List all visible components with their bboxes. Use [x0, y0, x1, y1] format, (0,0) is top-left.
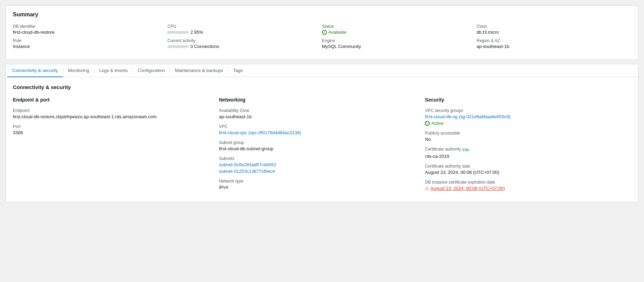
tab-monitoring[interactable]: Monitoring	[63, 64, 94, 77]
status-check-icon: ✓	[322, 30, 327, 35]
connectivity-security-title: Connectivity & security	[13, 84, 631, 90]
tab-logs-events[interactable]: Logs & events	[94, 64, 132, 77]
active-check-icon: ✓	[425, 121, 430, 126]
connections-bar-container: 0 Connections	[168, 44, 318, 49]
cpu-label: CPU	[168, 24, 318, 29]
endpoint-port-col: Endpoint & port Endpoint first-cloud-db-…	[13, 97, 219, 195]
publicly-accessible-value: No	[425, 137, 623, 142]
summary-grid: DB identifier first-cloud-db-restore Rol…	[13, 23, 631, 54]
status-value: ✓ Available	[322, 30, 473, 35]
vpc-sg-link[interactable]: first-cloud-db-sg (sg-021e8a6baa6e655c9)	[425, 114, 623, 119]
endpoint-value: first-cloud-db-restore.cbjsefnjwwzo.ap-s…	[13, 114, 211, 119]
cpu-value: 2.95%	[191, 30, 203, 35]
status-available: ✓ Available	[322, 30, 473, 35]
port-value: 3306	[13, 130, 211, 135]
summary-col-status: Status ✓ Available Engine MySQL Communit…	[322, 23, 477, 54]
port-label: Port	[13, 124, 211, 129]
networking-col: Networking Availability Zone ap-southeas…	[219, 97, 425, 195]
active-label: Active	[431, 121, 443, 126]
subnets-label: Subnets	[219, 156, 417, 161]
tab-maintenance-backups[interactable]: Maintenance & backups	[170, 64, 228, 77]
publicly-accessible-label: Publicly accessible	[425, 131, 623, 136]
vpc-label: VPC	[219, 124, 417, 129]
class-label: Class	[477, 24, 627, 29]
role-label: Role	[13, 38, 163, 43]
cert-authority-info-link[interactable]: Info	[462, 147, 469, 152]
cert-authority-date-value: August 23, 2024, 00:08 (UTC+07:00)	[425, 170, 623, 175]
security-col: Security VPC security groups first-cloud…	[425, 97, 631, 195]
subnet-group-label: Subnet group	[219, 140, 417, 145]
subnet1-link[interactable]: subnet-0c0e283ad57ceb052	[219, 162, 417, 167]
db-identifier-label: DB identifier	[13, 24, 163, 29]
current-activity-value: 0 Connections	[191, 44, 219, 49]
db-identifier-value: first-cloud-db-restore	[13, 30, 163, 35]
connectivity-security-card: Connectivity & security Endpoint & port …	[6, 77, 638, 202]
networking-col-title: Networking	[219, 97, 417, 103]
cert-authority-value: rds-ca-2019	[425, 154, 623, 159]
tab-connectivity-security[interactable]: Connectivity & security	[7, 64, 63, 77]
cpu-bar-container: 2.95%	[168, 30, 318, 35]
cpu-bar-track	[168, 31, 188, 34]
summary-col-cpu: CPU 2.95% Current activity 0 Connections	[168, 23, 322, 54]
tab-tags[interactable]: Tags	[228, 64, 248, 77]
region-az-value: ap-southeast-1b	[477, 44, 627, 49]
page-wrapper: Summary DB identifier first-cloud-db-res…	[0, 0, 644, 208]
cert-expiry-warning: ⚠ August 23, 2024, 00:08 (UTC+07:00)	[425, 186, 623, 191]
tabs-main-wrapper: Connectivity & security Monitoring Logs …	[6, 64, 638, 202]
engine-value: MySQL Community	[322, 44, 473, 49]
endpoint-port-col-title: Endpoint & port	[13, 97, 211, 103]
network-type-value: IPv4	[219, 185, 417, 190]
summary-title: Summary	[13, 11, 631, 18]
vpc-sg-label: VPC security groups	[425, 108, 623, 113]
engine-label: Engine	[322, 38, 473, 43]
role-value: Instance	[13, 44, 163, 49]
vpc-link[interactable]: first-cloud-vpc (vpc-0f0176d4d84ac3138)	[219, 130, 417, 135]
conn-grid: Endpoint & port Endpoint first-cloud-db-…	[13, 97, 631, 195]
network-type-label: Network type	[219, 179, 417, 184]
security-col-title: Security	[425, 97, 623, 103]
cpu-bar-fill	[168, 31, 168, 34]
az-label: Availability Zone	[219, 108, 417, 113]
db-cert-expiry-label: DB instance certificate expiration date	[425, 180, 623, 185]
summary-col-db: DB identifier first-cloud-db-restore Rol…	[13, 23, 168, 54]
summary-col-class: Class db.t3.micro Region & AZ ap-southea…	[477, 23, 631, 54]
class-value: db.t3.micro	[477, 30, 627, 35]
connections-bar-track	[168, 45, 188, 48]
tabs-bar: Connectivity & security Monitoring Logs …	[6, 64, 638, 77]
warning-icon: ⚠	[425, 186, 429, 191]
summary-card: Summary DB identifier first-cloud-db-res…	[6, 6, 638, 60]
vpc-value: first-cloud-vpc (vpc-0f0176d4d84ac3138)	[219, 130, 417, 135]
cert-expiry-link[interactable]: August 23, 2024, 00:08 (UTC+07:00)	[430, 186, 505, 191]
az-value: ap-southeast-1b	[219, 114, 417, 119]
endpoint-label: Endpoint	[13, 108, 211, 113]
region-az-label: Region & AZ	[477, 38, 627, 43]
subnet2-link[interactable]: subnet-01253c13877cf0ec4	[219, 169, 417, 174]
status-label: Status	[322, 24, 473, 29]
tab-configuration[interactable]: Configuration	[133, 64, 170, 77]
active-badge: ✓ Active	[425, 121, 623, 126]
cert-authority-label: Certificate authority	[425, 147, 461, 152]
subnet-group-value: first-cloud-db-subnet-group	[219, 146, 417, 151]
cert-authority-date-label: Certificate authority date	[425, 164, 623, 169]
current-activity-label: Current activity	[168, 38, 318, 43]
